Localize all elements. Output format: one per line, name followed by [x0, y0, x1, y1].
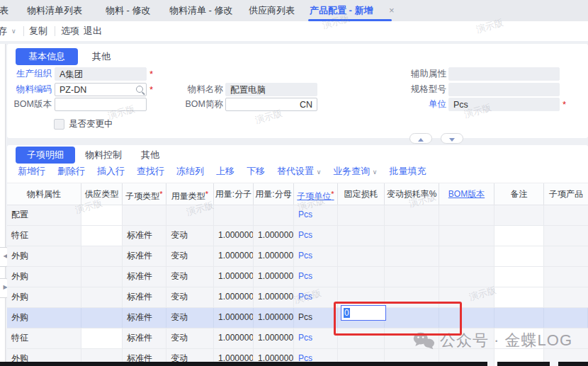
cell[interactable] — [338, 226, 385, 246]
add-row-button[interactable]: 新增行 — [18, 165, 45, 178]
table-row[interactable]: 外购标准件变动1.0000001.000000...Pcs — [7, 287, 588, 308]
cell[interactable] — [544, 246, 588, 266]
cell[interactable] — [166, 205, 214, 225]
cell[interactable]: 1.000000 — [214, 226, 254, 246]
cell[interactable]: 1.000000... — [254, 308, 294, 328]
cell[interactable] — [439, 328, 494, 348]
cell[interactable]: 外购 — [7, 308, 81, 328]
cell[interactable]: 1.000000 — [214, 308, 254, 328]
cell[interactable] — [81, 287, 123, 307]
cell-unit-link[interactable]: Pcs — [294, 287, 338, 307]
cell[interactable] — [494, 308, 544, 328]
cell[interactable]: 变动 — [166, 226, 214, 246]
cell[interactable] — [385, 287, 439, 307]
cell[interactable]: 特征 — [7, 328, 81, 348]
cell[interactable] — [385, 328, 439, 348]
material-code-field[interactable]: PZ-DN — [55, 83, 147, 96]
business-query-button[interactable]: 业务查询 ∨ — [333, 165, 377, 178]
cell[interactable]: 1.000000... — [254, 267, 294, 287]
cell-unit-link[interactable]: Pcs — [294, 246, 338, 266]
cell[interactable]: 1.000000... — [254, 328, 294, 348]
cell[interactable]: 1.000000... — [254, 226, 294, 246]
insert-row-button[interactable]: 插入行 — [97, 165, 125, 178]
cell[interactable] — [81, 205, 123, 225]
cell[interactable]: 变动 — [166, 287, 214, 307]
delete-row-button[interactable]: 删除行 — [57, 165, 85, 178]
table-row[interactable]: 外购标准件变动1.0000001.000000...Pcs — [7, 246, 588, 267]
cell[interactable] — [494, 267, 544, 287]
cell[interactable]: 变动 — [166, 246, 214, 266]
cell[interactable] — [439, 308, 494, 328]
cell[interactable] — [338, 328, 385, 348]
cell[interactable]: 标准件 — [123, 246, 166, 266]
cell-unit-link[interactable]: Pcs — [294, 226, 338, 246]
bom-short-field[interactable]: CN — [225, 98, 317, 111]
cell[interactable] — [544, 287, 588, 307]
cell[interactable] — [385, 205, 439, 225]
cell[interactable] — [494, 287, 544, 307]
close-icon[interactable]: × — [389, 0, 395, 21]
cell[interactable] — [544, 267, 588, 287]
spec-model-field[interactable] — [448, 83, 560, 96]
window-tab-bom-list[interactable]: 物料清单列表 — [27, 0, 82, 21]
chevron-down-icon[interactable]: ∨ — [11, 21, 16, 41]
cell[interactable] — [544, 226, 588, 246]
cell[interactable] — [338, 205, 385, 225]
cell[interactable]: 1.000000 — [214, 267, 254, 287]
batch-fill-button[interactable]: 批量填充 — [389, 165, 426, 178]
cell-unit-link[interactable]: Pcs — [294, 328, 338, 348]
fixed-loss-input[interactable]: 0 — [341, 305, 386, 321]
cell[interactable]: 特征 — [7, 226, 81, 246]
cell[interactable]: 外购 — [7, 246, 81, 266]
cell-unit-link[interactable]: Pcs — [294, 205, 338, 225]
is-changing-checkbox[interactable] — [54, 119, 64, 130]
aux-attr-field[interactable] — [448, 67, 560, 81]
table-row[interactable]: 配置Pcs — [7, 205, 588, 226]
cell[interactable] — [123, 205, 166, 225]
move-up-button[interactable]: 上移 — [216, 165, 234, 178]
cell[interactable]: 变动 — [166, 328, 214, 348]
cell[interactable] — [439, 287, 494, 307]
cell[interactable] — [81, 226, 123, 246]
collapse-down-button[interactable] — [441, 133, 463, 144]
cell[interactable] — [385, 267, 439, 287]
tab-basic-other[interactable]: 其他 — [81, 48, 122, 65]
cell[interactable] — [338, 246, 385, 266]
move-down-button[interactable]: 下移 — [247, 165, 265, 178]
cell[interactable]: 变动 — [166, 267, 214, 287]
table-row[interactable]: 特征标准件变动1.0000001.000000...Pcs — [7, 226, 588, 246]
save-button[interactable]: 保存 — [0, 21, 7, 41]
cell[interactable]: 标准件 — [123, 287, 166, 307]
cell[interactable]: 变动 — [166, 308, 214, 328]
material-name-field[interactable]: 配置电脑 — [225, 83, 317, 96]
cell[interactable] — [494, 226, 544, 246]
col-bom-version[interactable]: BOM版本 — [439, 183, 494, 205]
cell[interactable] — [544, 328, 588, 348]
cell-unit-link[interactable]: Pcs — [294, 267, 338, 287]
cell[interactable] — [494, 246, 544, 266]
table-row[interactable]: 外购标准件变动1.0000001.000000...Pcs — [7, 267, 588, 287]
cell[interactable] — [385, 308, 439, 328]
window-tab-list[interactable]: 列表 — [0, 0, 9, 21]
search-icon[interactable] — [136, 86, 143, 93]
cell[interactable] — [81, 328, 123, 348]
unit-field[interactable]: Pcs — [448, 98, 560, 111]
cell[interactable] — [494, 205, 544, 225]
freeze-column-button[interactable]: 冻结列 — [176, 165, 204, 178]
collapse-up-button[interactable] — [409, 133, 432, 144]
cell[interactable]: 外购 — [7, 287, 81, 307]
exit-button[interactable]: 退出 — [84, 21, 102, 41]
cell[interactable]: 1.000000 — [214, 246, 254, 266]
cell[interactable] — [544, 205, 588, 225]
tab-material-control[interactable]: 物料控制 — [78, 147, 129, 164]
cell[interactable] — [338, 267, 385, 287]
cell[interactable] — [439, 205, 494, 225]
cell[interactable] — [544, 308, 588, 328]
table-row[interactable]: 特征标准件变动1.0000001.000000...Pcs — [7, 328, 588, 349]
options-button[interactable]: 选项 — [61, 21, 79, 41]
cell[interactable] — [81, 267, 123, 287]
cell[interactable]: 外购 — [7, 267, 81, 287]
window-tab-supplier-list[interactable]: 供应商列表 — [249, 0, 295, 21]
cell[interactable]: 标准件 — [123, 308, 166, 328]
cell[interactable]: 1.000000... — [254, 246, 294, 266]
